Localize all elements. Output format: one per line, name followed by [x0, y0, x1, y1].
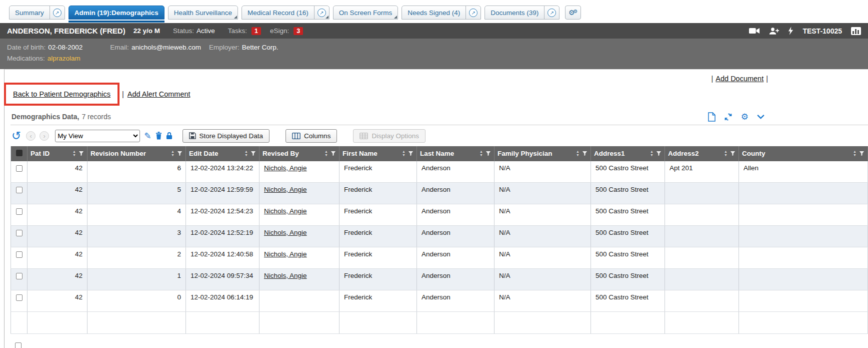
- footer-select-checkbox[interactable]: [15, 342, 22, 348]
- tab-documents-39[interactable]: Documents (39)↗: [484, 6, 560, 20]
- cell-address2: [665, 290, 739, 312]
- tab-label: Health Surveillance: [168, 6, 238, 19]
- cell-address2: Apt 201: [665, 161, 739, 183]
- row-select-checkbox[interactable]: [16, 273, 22, 279]
- status-label: Status:: [173, 27, 194, 35]
- select-all-checkbox[interactable]: [16, 150, 22, 156]
- column-header-county[interactable]: County▲▼: [739, 146, 868, 161]
- column-header-edit-date[interactable]: Edit Date▲▼: [186, 146, 260, 161]
- sort-icon[interactable]: ▲▼: [171, 150, 174, 157]
- display-options-label: Display Options: [372, 132, 419, 140]
- row-select-checkbox[interactable]: [16, 187, 22, 193]
- column-header-revised-by[interactable]: Revised By▲▼: [260, 146, 340, 161]
- refresh-icon[interactable]: [724, 113, 732, 121]
- sort-icon[interactable]: ▲▼: [402, 150, 406, 157]
- tab-health-surveillance[interactable]: Health Surveillance: [168, 6, 238, 20]
- cell-family-physician: N/A: [494, 290, 591, 312]
- filter-funnel-icon[interactable]: [582, 151, 588, 156]
- row-select-checkbox[interactable]: [16, 165, 22, 172]
- cell-edit-date: 12-02-2024 12:54:23: [186, 204, 260, 226]
- cell-revised-by: Nichols, Angie: [260, 247, 340, 269]
- row-select-checkbox[interactable]: [16, 251, 22, 258]
- revised-by-link[interactable]: Nichols, Angie: [264, 272, 307, 279]
- sort-icon[interactable]: ▲▼: [724, 150, 728, 157]
- column-header-address1[interactable]: Address1▲▼: [591, 146, 665, 161]
- filter-funnel-icon[interactable]: [330, 151, 336, 156]
- tab-needs-signed-4[interactable]: Needs Signed (4)↗: [402, 6, 481, 20]
- columns-button[interactable]: Columns: [286, 129, 337, 143]
- cell-first-name: Frederick: [340, 290, 417, 312]
- row-select-checkbox[interactable]: [16, 230, 22, 236]
- row-select-checkbox[interactable]: [16, 208, 22, 215]
- store-displayed-data-button[interactable]: Store Displayed Data: [182, 129, 270, 143]
- add-document-link[interactable]: Add Document: [716, 75, 764, 83]
- cell-edit-date: 12-02-2024 09:57:34: [186, 269, 260, 290]
- revised-by-link[interactable]: Nichols, Angie: [264, 250, 307, 258]
- gear-icon[interactable]: ⚙: [741, 113, 748, 121]
- display-options-button[interactable]: Display Options: [353, 129, 426, 143]
- filter-funnel-icon[interactable]: [78, 151, 84, 156]
- delete-trash-icon[interactable]: [156, 132, 162, 140]
- column-header-pat-id[interactable]: Pat ID▲▼: [28, 146, 88, 161]
- empty-cell: [186, 312, 260, 334]
- column-header-address2[interactable]: Address2▲▼: [665, 146, 739, 161]
- row-select-checkbox[interactable]: [16, 294, 22, 301]
- edit-pencil-icon[interactable]: ✎: [144, 131, 151, 141]
- filter-funnel-icon[interactable]: [486, 151, 491, 156]
- sort-icon[interactable]: ▲▼: [72, 150, 76, 157]
- revised-by-link[interactable]: Nichols, Angie: [264, 186, 307, 193]
- empty-cell: [340, 312, 417, 334]
- column-header-first-name[interactable]: First Name▲▼: [340, 146, 417, 161]
- cell-pat-id: 42: [28, 204, 88, 226]
- tab-popout-button[interactable]: ↗: [50, 6, 64, 19]
- add-user-icon[interactable]: [769, 27, 779, 35]
- tab-medical-record-16[interactable]: Medical Record (16)↗: [242, 6, 330, 20]
- column-label: Family Physician: [498, 150, 552, 157]
- tab-popout-button[interactable]: ↗: [544, 6, 559, 19]
- cell-address2: [665, 247, 739, 269]
- prev-page-button[interactable]: ‹: [26, 131, 36, 141]
- next-page-button[interactable]: ›: [40, 131, 49, 141]
- tab-popout-button[interactable]: ↗: [466, 6, 480, 19]
- select-all-header[interactable]: [11, 146, 28, 161]
- column-header-revision-number[interactable]: Revision Number▲▼: [88, 146, 186, 161]
- medications-value[interactable]: alprazolam: [48, 53, 80, 64]
- sort-icon[interactable]: ▲▼: [324, 150, 328, 157]
- tab-popout-button[interactable]: ↗: [314, 6, 329, 19]
- video-camera-icon[interactable]: [749, 27, 760, 35]
- filter-funnel-icon[interactable]: [250, 151, 256, 156]
- undo-icon[interactable]: ↺: [12, 130, 21, 142]
- view-select[interactable]: My View: [55, 130, 140, 142]
- filter-funnel-icon[interactable]: [177, 151, 182, 156]
- sort-icon[interactable]: ▲▼: [650, 150, 654, 157]
- column-header-last-name[interactable]: Last Name▲▼: [417, 146, 494, 161]
- revised-by-link[interactable]: Nichols, Angie: [264, 207, 307, 215]
- tasks-badge[interactable]: 1: [252, 27, 261, 35]
- tab-on-screen-forms[interactable]: On Screen Forms: [333, 6, 398, 20]
- revised-by-link[interactable]: Nichols, Angie: [264, 229, 307, 236]
- filter-funnel-icon[interactable]: [656, 151, 662, 156]
- new-document-icon[interactable]: [708, 112, 716, 122]
- cell-revised-by: Nichols, Angie: [260, 226, 340, 247]
- column-header-family-physician[interactable]: Family Physician▲▼: [494, 146, 591, 161]
- sort-icon[interactable]: ▲▼: [480, 150, 483, 157]
- filter-funnel-icon[interactable]: [730, 151, 736, 156]
- filter-funnel-icon[interactable]: [859, 151, 864, 156]
- tab-admin-19-demographics[interactable]: Admin (19):Demographics: [68, 6, 164, 20]
- cell-county: [739, 247, 868, 269]
- chevron-down-icon[interactable]: [757, 115, 764, 119]
- sort-icon[interactable]: ▲▼: [576, 150, 580, 157]
- add-alert-comment-link[interactable]: Add Alert Comment: [128, 90, 190, 98]
- back-to-patient-demographics-link[interactable]: Back to Patient Demographics: [13, 90, 110, 98]
- sort-icon[interactable]: ▲▼: [853, 150, 856, 157]
- filter-funnel-icon[interactable]: [408, 151, 414, 156]
- cell-revision: 0: [88, 290, 186, 312]
- tabs-settings-button[interactable]: ⚙⚙: [565, 6, 581, 20]
- bar-chart-icon[interactable]: [851, 27, 861, 35]
- revised-by-link[interactable]: Nichols, Angie: [264, 164, 307, 172]
- lock-icon[interactable]: [166, 132, 172, 140]
- lightning-icon[interactable]: [788, 27, 794, 35]
- sort-icon[interactable]: ▲▼: [244, 150, 248, 157]
- tab-summary[interactable]: Summary↗: [9, 6, 65, 20]
- esign-badge[interactable]: 3: [294, 27, 303, 35]
